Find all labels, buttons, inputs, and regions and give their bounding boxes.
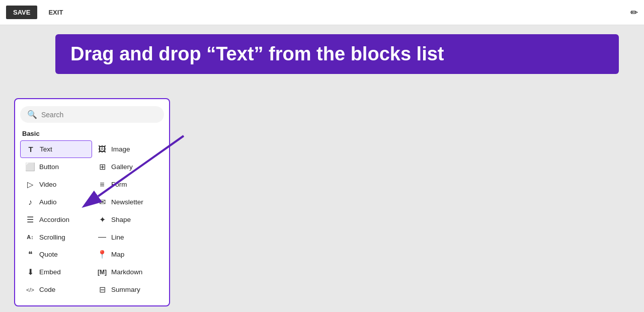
block-item-newsletter[interactable]: ✉ Newsletter [92, 193, 164, 211]
block-item-shape[interactable]: ✦ Shape [92, 211, 164, 228]
instruction-banner: Drag and drop “Text” from the blocks lis… [55, 34, 619, 74]
map-block-icon: 📍 [97, 250, 107, 259]
search-input[interactable] [41, 111, 157, 119]
embed-block-icon: ⬇ [25, 267, 35, 277]
save-button[interactable]: SAVE [6, 6, 37, 19]
gallery-block-icon: ⊞ [97, 162, 107, 172]
image-block-icon: 🖼 [97, 145, 107, 154]
block-item-scrolling[interactable]: A↕ Scrolling [20, 228, 92, 246]
blocks-grid: T Text 🖼 Image ⬜ Button ⊞ Gallery ▷ Vide… [20, 140, 164, 298]
form-block-icon: ≡ [97, 180, 107, 189]
markdown-block-icon: [M] [97, 269, 107, 276]
map-block-label: Map [111, 251, 124, 258]
category-label: Basic [20, 130, 164, 137]
text-block-icon: T [26, 145, 36, 153]
audio-block-label: Audio [39, 198, 57, 206]
video-block-label: Video [39, 181, 56, 188]
summary-block-icon: ⊟ [97, 285, 107, 294]
newsletter-block-icon: ✉ [97, 197, 107, 207]
accordion-block-label: Accordion [39, 216, 69, 223]
video-block-icon: ▷ [25, 180, 35, 189]
blocks-panel: 🔍 Basic T Text 🖼 Image ⬜ Button ⊞ Galler… [14, 98, 170, 306]
instruction-text: Drag and drop “Text” from the blocks lis… [70, 43, 444, 65]
block-item-summary[interactable]: ⊟ Summary [92, 281, 164, 298]
block-item-button[interactable]: ⬜ Button [20, 158, 92, 176]
main-area: Drag and drop “Text” from the blocks lis… [0, 25, 644, 312]
block-item-image[interactable]: 🖼 Image [92, 140, 164, 158]
summary-block-label: Summary [111, 286, 140, 293]
button-block-label: Button [39, 163, 59, 171]
search-icon: 🔍 [27, 110, 37, 119]
block-item-video[interactable]: ▷ Video [20, 176, 92, 193]
block-item-gallery[interactable]: ⊞ Gallery [92, 158, 164, 176]
block-item-code[interactable]: </> Code [20, 281, 92, 298]
embed-block-label: Embed [39, 268, 61, 276]
block-item-text[interactable]: T Text [20, 140, 92, 158]
search-box[interactable]: 🔍 [20, 106, 164, 123]
toolbar-right: ✏ [630, 7, 638, 18]
block-item-line[interactable]: — Line [92, 228, 164, 246]
form-block-label: Form [111, 181, 127, 188]
accordion-block-icon: ☰ [25, 215, 35, 224]
block-item-embed[interactable]: ⬇ Embed [20, 263, 92, 281]
block-item-audio[interactable]: ♪ Audio [20, 193, 92, 211]
quote-block-label: Quote [39, 251, 58, 258]
scrolling-block-label: Scrolling [39, 233, 65, 241]
code-block-label: Code [39, 286, 55, 293]
exit-button[interactable]: EXIT [41, 6, 70, 19]
code-block-icon: </> [25, 287, 35, 293]
image-block-label: Image [111, 145, 130, 153]
toolbar: SAVE EXIT ✏ [0, 0, 644, 25]
audio-block-icon: ♪ [25, 198, 35, 207]
text-block-label: Text [40, 145, 52, 153]
block-item-form[interactable]: ≡ Form [92, 176, 164, 193]
shape-block-label: Shape [111, 216, 131, 223]
quote-block-icon: ❝ [25, 250, 35, 259]
line-block-icon: — [97, 232, 107, 242]
line-block-label: Line [111, 233, 124, 241]
edit-icon[interactable]: ✏ [630, 8, 638, 18]
newsletter-block-label: Newsletter [111, 198, 143, 206]
block-item-quote[interactable]: ❝ Quote [20, 246, 92, 263]
block-item-accordion[interactable]: ☰ Accordion [20, 211, 92, 228]
gallery-block-label: Gallery [111, 163, 133, 171]
button-block-icon: ⬜ [25, 162, 35, 172]
scrolling-block-icon: A↕ [25, 234, 35, 240]
block-item-markdown[interactable]: [M] Markdown [92, 263, 164, 281]
shape-block-icon: ✦ [97, 215, 107, 224]
block-item-map[interactable]: 📍 Map [92, 246, 164, 263]
markdown-block-label: Markdown [111, 268, 142, 276]
